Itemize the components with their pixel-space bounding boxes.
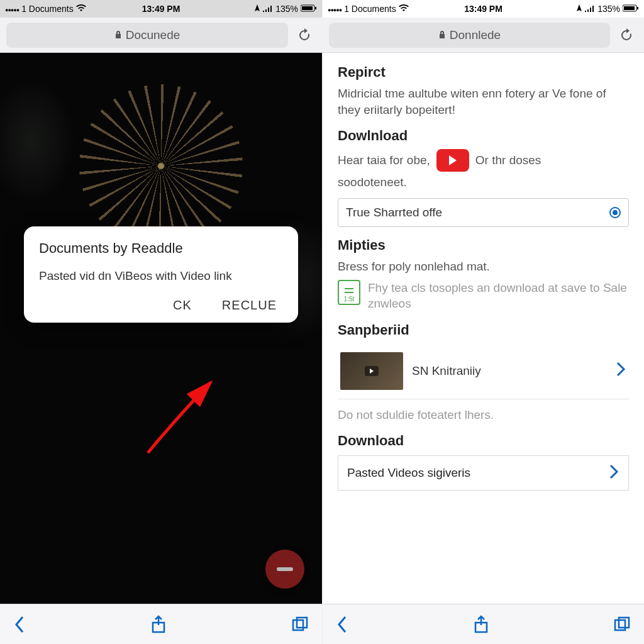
- page-content: Repirct Midricial tme aultube witen enn …: [323, 53, 644, 644]
- location-icon: [576, 4, 582, 14]
- svg-rect-2: [315, 7, 316, 9]
- chevron-right-icon: [609, 464, 619, 482]
- signal-dots: [5, 4, 19, 14]
- section-mipties-title: Mipties: [338, 237, 629, 253]
- section-repirct-body: Midricial tme aultube witen enn fotery a…: [338, 86, 629, 118]
- clock: 13:49 PM: [142, 4, 180, 14]
- url-field[interactable]: Donnlede: [329, 23, 610, 48]
- mipties-text: Fhy tea cls tosoples an download at save…: [368, 280, 629, 312]
- dialog-body: Pasted vid dn ViBeos with Video link: [39, 268, 283, 284]
- lock-icon: [114, 28, 122, 42]
- chevron-right-icon: [616, 362, 626, 380]
- section-repirct-title: Repirct: [338, 64, 629, 80]
- tabs-button[interactable]: [614, 616, 630, 633]
- cell-signal-icon: [263, 4, 273, 14]
- carrier-label: 1 Documents: [21, 4, 73, 14]
- svg-rect-11: [619, 618, 629, 628]
- dialog-title: Documents by Readdle: [39, 240, 283, 257]
- cell-signal-icon: [585, 4, 595, 14]
- fab-minimize-button[interactable]: [265, 550, 304, 589]
- wifi-icon: [76, 4, 86, 14]
- clock: 13:49 PM: [464, 4, 502, 14]
- mipties-sub: Bress for poly nonlehad mat.: [338, 258, 629, 275]
- video-item-row[interactable]: SN Knitraniiy: [338, 343, 629, 399]
- youtube-icon: [436, 149, 469, 172]
- file-icon-label: 1:5t: [344, 296, 355, 303]
- share-button[interactable]: [151, 615, 166, 634]
- refresh-button[interactable]: [293, 24, 316, 47]
- svg-rect-7: [624, 6, 635, 10]
- download-option-label: True Sharrted offe: [346, 206, 442, 219]
- bottom-toolbar-left: [0, 604, 322, 644]
- file-download-icon: 1:5t: [338, 280, 360, 305]
- sanpberid-footer: Do not sduldie foteatert lhers.: [338, 407, 629, 423]
- battery-icon: [623, 4, 639, 14]
- dialog-cancel-button[interactable]: CK: [173, 298, 192, 313]
- wifi-icon: [399, 4, 409, 14]
- address-bar-left: Docunede: [0, 18, 322, 53]
- location-icon: [254, 4, 260, 14]
- status-bar-right: 1 Documents 13:49 PM 135%: [323, 0, 644, 18]
- section-download-title: Dowlnload: [338, 128, 629, 144]
- lock-icon: [438, 28, 446, 42]
- carrier-label: 1 Documents: [344, 4, 396, 14]
- url-field[interactable]: Docunede: [6, 23, 288, 48]
- download-line-3: soodoteneet.: [338, 174, 629, 191]
- svg-rect-4: [293, 620, 303, 630]
- svg-rect-8: [637, 7, 638, 9]
- battery-percent: 135%: [275, 4, 298, 14]
- back-button[interactable]: [336, 616, 348, 633]
- section-download2-title: Download: [338, 433, 629, 449]
- download-option-row[interactable]: True Sharrted offe: [338, 198, 629, 227]
- video-item-label: SN Knitraniiy: [412, 364, 481, 378]
- battery-percent: 135%: [597, 4, 620, 14]
- play-icon: [365, 366, 379, 376]
- status-bar-left: 1 Documents 13:49 PM 135%: [0, 0, 322, 18]
- paste-link-dialog: Documents by Readdle Pasted vid dn ViBeo…: [24, 226, 298, 323]
- download-line-left: Hear taia for obe,: [338, 152, 430, 169]
- back-button[interactable]: [14, 616, 25, 633]
- refresh-button[interactable]: [615, 24, 638, 47]
- video-thumbnail: [340, 352, 403, 390]
- dialog-confirm-button[interactable]: RECLUE: [222, 298, 277, 313]
- pasted-videos-row[interactable]: Pasted Videos sigiveris: [338, 455, 629, 491]
- bottom-toolbar-right: [323, 604, 644, 644]
- svg-rect-10: [615, 620, 625, 630]
- radio-selected-icon: [609, 207, 621, 218]
- url-domain: Docunede: [126, 28, 180, 42]
- svg-rect-1: [302, 6, 313, 10]
- download-line-right: Or thr doses: [475, 152, 541, 169]
- section-sanpberid-title: Sanpberiid: [338, 322, 629, 338]
- address-bar-right: Donnlede: [323, 18, 644, 53]
- url-domain: Donnlede: [450, 28, 501, 42]
- pasted-videos-label: Pasted Videos sigiveris: [347, 466, 470, 480]
- battery-icon: [301, 4, 317, 14]
- share-button[interactable]: [474, 615, 489, 634]
- tabs-button[interactable]: [292, 616, 308, 633]
- svg-rect-5: [297, 618, 307, 628]
- signal-dots: [328, 4, 341, 14]
